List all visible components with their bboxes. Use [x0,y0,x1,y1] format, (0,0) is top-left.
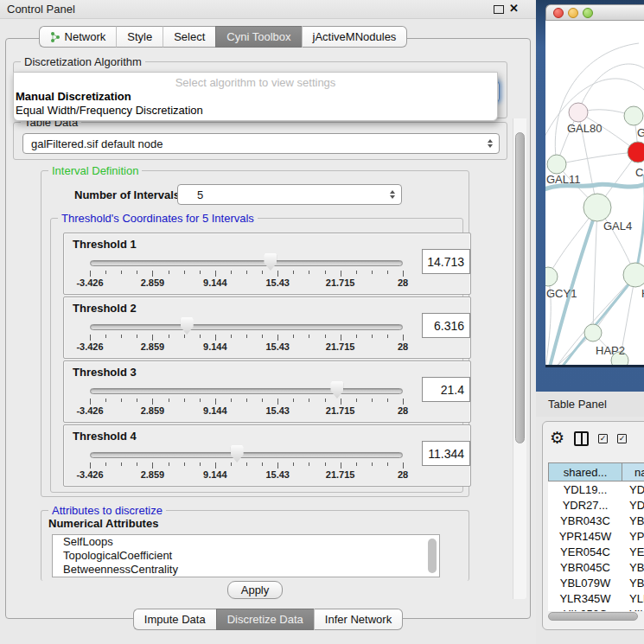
numerical-attributes-label: Numerical Attributes [48,517,158,530]
network-node-ga[interactable] [624,106,643,125]
attributes-group-title: Attributes to discretize [48,504,166,517]
close-traffic-light-icon[interactable] [553,8,564,18]
table-row[interactable]: YBR045CYBR0 [548,559,644,575]
threshold-value-field[interactable]: 6.316 [422,313,470,338]
network-node-h[interactable] [623,263,644,287]
slider-tick [152,335,153,341]
slider-tick [246,462,247,466]
table-data-combo[interactable]: galFiltered.sif default node [22,133,500,154]
checkbox-icon[interactable]: ✓ [598,434,608,443]
zoom-traffic-light-icon[interactable] [583,8,593,18]
slider-tick [121,335,122,338]
slider-tick [200,462,201,466]
slider-track[interactable] [90,324,403,330]
slider-tick [184,335,185,338]
table-row[interactable]: YPR145WYPR1 [548,528,644,544]
table-horizontal-scrollbar[interactable] [547,611,644,622]
table-row[interactable]: YDR27...YDR2 [548,497,644,513]
slider-handle[interactable] [181,317,194,335]
table-cell: YBR043C [548,513,622,528]
threshold-value-field[interactable]: 21.4 [422,377,470,402]
minimize-traffic-light-icon[interactable] [568,8,578,18]
network-node-hap2[interactable] [584,324,602,341]
slider-tick [121,399,122,402]
algorithm-option-manual[interactable]: Manual Discretization [16,90,496,103]
tab-select[interactable]: Select [163,26,215,48]
slider-tick [184,399,185,402]
close-icon[interactable]: ✕ [509,2,519,15]
numerical-attributes-list[interactable]: SelfLoopsTopologicalCoefficientBetweenne… [52,534,440,577]
threshold-box-2: Threshold 2-3.4262.8599.14415.4321.71528… [63,296,471,359]
canvas-bottom-shadow [545,365,644,367]
slider-tick [231,399,232,402]
slider-track[interactable] [90,452,403,458]
table-row[interactable]: YBR043CYBR0 [548,513,644,528]
threshold-value-field[interactable]: 11.344 [422,441,470,466]
interval-definition-group-title: Interval Definition [48,164,142,177]
attribute-item-topologicalcoefficient[interactable]: TopologicalCoefficient [53,549,439,563]
slider-tick [246,271,247,274]
network-canvas[interactable]: GAL80GACGAL11GAL4GCY1HHAP2 [545,21,644,365]
table-cell: YDL19... [548,481,622,497]
tab-impute-data[interactable]: Impute Data [133,609,216,630]
network-node-c[interactable] [628,142,644,163]
vertical-scrollbar-thumb[interactable] [515,132,525,443]
attribute-item-betweennesscentrality[interactable]: BetweennessCentrality [53,563,439,577]
vertical-scrollbar[interactable] [513,118,526,599]
table-row[interactable]: YER054CYER0 [548,544,644,559]
slider-tick [121,462,122,466]
table-row[interactable]: YDL19...YDL1 [548,481,644,497]
node-label: GAL80 [567,122,602,135]
float-window-icon[interactable] [494,5,504,14]
table-row[interactable]: YLR345WYLR3 [548,590,644,606]
attribute-item-selfloops[interactable]: SelfLoops [53,535,439,549]
slider-tick [356,335,357,338]
slider-tick [356,399,357,402]
tab-label: Infer Network [325,613,392,626]
attributes-scrollbar[interactable] [428,537,437,575]
slider-handle[interactable] [264,253,277,271]
slider-tick [309,335,309,338]
slider-tick-label: 2.859 [141,277,165,288]
table-row[interactable]: YBL079WYBL0 [548,575,644,590]
tab-network[interactable]: Network [39,26,117,48]
slider-tick-label: 21.715 [326,341,355,352]
apply-button[interactable]: Apply [227,581,283,599]
number-of-intervals-spinner[interactable]: 5 [177,184,402,205]
slider-tick [403,271,404,277]
network-window-titlebar[interactable] [545,4,644,21]
attributes-scrollbar-thumb[interactable] [428,539,437,573]
slider-tick [293,271,294,274]
table-cell: YBR0 [622,513,644,528]
slider-tick [215,462,216,469]
network-node-gal80[interactable] [569,103,588,122]
gear-icon[interactable]: ⚙ [550,430,564,447]
slider-tick [105,335,106,338]
table-cell: YBL079W [548,575,622,590]
tab-label: jActiveMNodules [313,30,397,43]
column-header-shared-name[interactable]: shared... [548,462,622,481]
slider-tick [200,271,201,274]
threshold-value-field[interactable]: 14.713 [422,249,470,274]
tab-discretize-data[interactable]: Discretize Data [216,609,314,630]
slider-tick-label: 21.715 [326,277,355,288]
split-pane-icon[interactable] [574,431,589,446]
network-node-gcy1[interactable] [545,267,558,286]
tab-jactivemnodules[interactable]: jActiveMNodules [302,26,408,48]
network-node-gal4[interactable] [583,194,611,221]
slider-handle[interactable] [330,381,343,399]
slider-handle[interactable] [231,445,244,462]
algorithm-option-equal-width[interactable]: Equal Width/Frequency Discretization [16,104,496,117]
slider-track[interactable] [90,260,403,266]
tab-cyni-toolbox[interactable]: Cyni Toolbox [215,26,301,48]
slider-tick [246,335,247,338]
slider-tick-label: 9.144 [203,469,227,480]
column-header-name[interactable]: na [622,462,644,481]
tab-infer-network[interactable]: Infer Network [314,609,403,630]
table-hscroll-thumb[interactable] [548,612,638,621]
checkbox-icon[interactable]: ✓ [617,434,627,443]
slider-tick [262,335,263,338]
network-node-gal11[interactable] [547,155,566,174]
tab-style[interactable]: Style [116,26,163,48]
slider-track[interactable] [90,388,403,394]
